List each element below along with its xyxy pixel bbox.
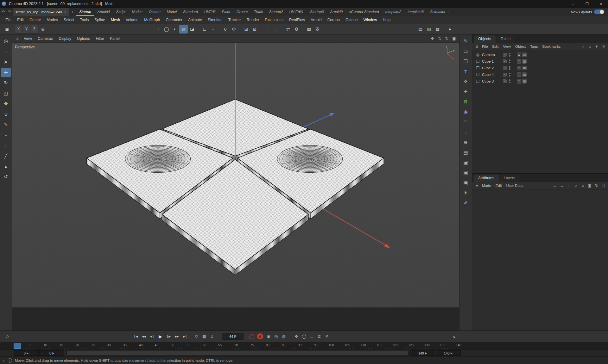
layout-tab[interactable]: Startup3 [307,8,327,16]
layout-tab[interactable]: #Corona-Standard [346,8,382,16]
scene-nodes-icon[interactable]: ▤ [462,148,470,157]
grid-snap-icon[interactable]: ⊞ [242,25,250,34]
key-diamond-icon[interactable]: ◇ [3,332,11,341]
blank-icon[interactable]: ▫ [209,25,217,34]
render-visibility-dot[interactable] [509,68,510,70]
texture-mode-icon[interactable]: ◐ [171,25,179,34]
stage-camera-icon[interactable]: ▣ [462,158,470,167]
environment-icon[interactable]: ⊕ [462,138,470,146]
panel-tab[interactable]: Objects [474,35,496,43]
material-pencil-icon[interactable]: ✐ [462,199,470,207]
target-camera-icon[interactable]: ▣ [462,169,470,177]
layout-tab[interactable]: Arnold4 [94,8,113,16]
editor-visibility-dot[interactable] [509,59,510,61]
edges-mode-tool[interactable]: ╱ [1,151,11,161]
phong-tag-icon[interactable]: ◠ [517,72,521,77]
menu-item[interactable]: RealFlow [286,18,308,22]
gap-left[interactable] [47,25,154,34]
phong-tag-icon[interactable]: ◠ [517,66,521,70]
render-settings-icon[interactable]: ✇ [313,25,322,34]
menu-item[interactable]: Modes [44,18,61,22]
status-burger-icon[interactable]: ≡ [3,359,5,362]
panel-menu-item[interactable]: File [480,45,490,48]
panel-menu-item[interactable]: Bookmarks [540,45,563,48]
uvw-tag-icon[interactable]: ▦ [522,66,527,70]
menu-item[interactable]: Animate [185,18,205,22]
layout-tab[interactable]: Script [113,8,129,16]
gap-end[interactable] [454,25,605,34]
keyframe-nav-icon[interactable]: ✥ [293,333,300,340]
powerslider-menu-icon[interactable]: ≣ [315,333,323,340]
layout-tab[interactable]: Nodes [129,8,146,16]
layout-tab[interactable]: Arnold9 [327,8,346,16]
next-key-button[interactable]: ▶▶ [173,332,181,341]
refresh-icon[interactable]: ↻ [594,183,599,188]
panel-menu-item[interactable]: Edit [490,45,501,48]
enabled-toggle[interactable]: ✓ [503,73,507,77]
snap-magnet-icon[interactable]: ∪ [221,25,230,34]
panel-menu-item[interactable]: User Data [504,184,525,188]
layout-grid-icon[interactable]: ▦ [433,25,442,34]
phong-tag-icon[interactable]: ◠ [517,79,521,83]
uvw-tag-icon[interactable]: ▦ [522,72,527,77]
menu-item[interactable]: Arnold [308,18,325,22]
axis-gizmo[interactable]: Y Z X [441,45,456,60]
visibility-dots[interactable] [509,79,510,83]
object-row[interactable]: ❒ Cube 3 ✓ ◠ ▦ ⊕ ▤ [472,78,608,84]
render-visibility-dot[interactable] [509,55,510,57]
selection-arrow-tool[interactable]: ➤ [1,57,11,67]
model-mode-icon[interactable]: ◯ [162,25,171,34]
points-mode-tool[interactable]: ∴ [1,141,11,150]
enabled-toggle[interactable]: ✓ [503,53,507,57]
loop-icon[interactable]: ↻ [193,333,200,340]
goto-end-button[interactable]: ▶❙ [181,332,189,341]
light-icon[interactable]: ☀ [462,189,470,197]
layout-tab[interactable]: Animation [427,8,445,16]
sep-3[interactable] [217,25,221,34]
editor-visibility-dot[interactable] [509,53,510,54]
layout-tab[interactable]: Standard [180,8,201,16]
menu-item[interactable]: Render [244,18,262,22]
layout-tab[interactable]: UV-Edit1 [286,8,307,16]
object-name[interactable]: Cube 2 [482,66,503,70]
up-icon[interactable]: ↑ [566,183,571,188]
render-visibility-dot[interactable] [509,82,510,83]
menu-item[interactable]: Extensions [262,18,286,22]
layout-tab[interactable]: Model [164,8,180,16]
range-end-field[interactable]: 140 F [436,350,461,356]
zoom-tool[interactable]: ◎ [1,36,11,46]
object-row[interactable]: ❒ Cube 1 ✓ ◠ ▦ ⊕ ▤ [472,58,608,65]
key-pla-icon[interactable]: ◍ [280,333,288,340]
phong-tag-icon[interactable]: ◠ [517,59,521,64]
layout-tab[interactable]: Groom [233,8,251,16]
layout-tab[interactable]: UVEdit [201,8,219,16]
document-close-icon[interactable]: × [64,10,66,14]
material-sphere-icon[interactable]: ● [446,25,454,34]
menu-item[interactable]: Tools [77,18,92,22]
field-spline-icon[interactable]: ◠ [462,118,470,126]
lock-icon[interactable]: ▣ [587,183,592,188]
gap-flex[interactable] [322,25,416,34]
sep-6[interactable] [280,25,284,34]
panel-menu-icon[interactable]: ≡ [601,44,606,49]
disabled-icon-b[interactable]: ◌ [271,25,280,34]
sep-8[interactable] [442,25,446,34]
current-frame-field[interactable]: 44 F [222,333,244,340]
visibility-dots[interactable] [509,73,510,77]
menu-item[interactable]: Window [361,18,380,22]
project-box-icon[interactable]: ▣ [3,25,11,34]
loop-range-icon[interactable]: ◯ [300,333,308,340]
render-visibility-dot[interactable] [509,62,510,63]
layout-tab[interactable]: template3 [404,8,427,16]
polygons-mode-tool[interactable]: ▲ [1,162,11,171]
panel-menu-item[interactable]: View [501,45,513,48]
menu-item[interactable]: Volume [123,18,141,22]
snap-tool[interactable]: ∪ [1,109,11,119]
menu-item[interactable]: File [3,18,14,22]
pan-view-icon[interactable]: ✥ [429,35,435,42]
snap-time-icon[interactable]: ✕ [323,333,331,340]
polygon-mode-icon[interactable]: ▧ [179,25,188,34]
menu-item[interactable]: Edit [14,18,27,22]
film-tag-icon[interactable]: ▤ [522,52,527,57]
panel-menu-item[interactable]: Edit [493,184,504,188]
